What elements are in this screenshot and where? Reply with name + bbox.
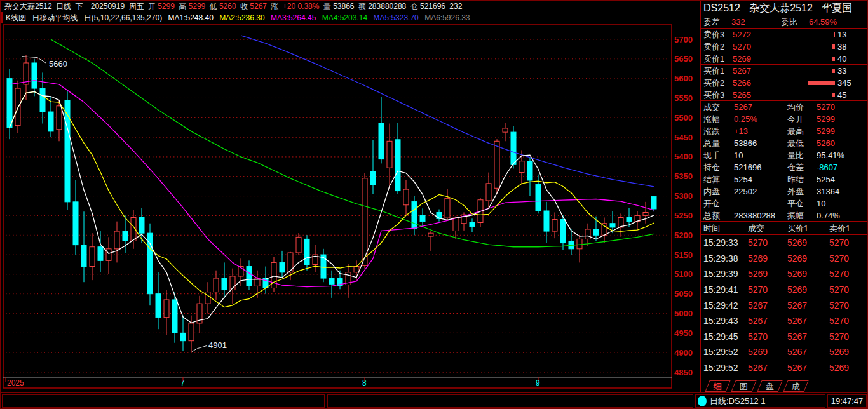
candle[interactable] — [304, 235, 309, 270]
book-level-label: 卖价2 — [703, 41, 733, 53]
contract-title[interactable]: DS2512 杂交大蒜2512 华夏国 — [701, 1, 868, 15]
candle[interactable] — [280, 251, 285, 278]
stat-value: 283880288 — [734, 210, 787, 221]
stat-value: 0.25% — [734, 113, 787, 125]
candle[interactable] — [445, 189, 450, 220]
open-interest-value: 521696 — [420, 2, 445, 11]
candle[interactable] — [81, 211, 86, 282]
candle[interactable] — [271, 257, 276, 292]
candle[interactable] — [156, 272, 161, 329]
tick-price: 5267 — [748, 316, 787, 326]
candle[interactable] — [544, 202, 549, 243]
candle[interactable] — [65, 90, 70, 210]
tick-col-header: 卖价1 — [829, 222, 867, 234]
period-selector[interactable]: 日线 — [56, 2, 71, 11]
candle[interactable] — [147, 224, 153, 305]
candle[interactable] — [453, 217, 458, 239]
candle[interactable] — [346, 264, 351, 298]
candle[interactable] — [214, 271, 219, 300]
candle[interactable] — [387, 124, 392, 189]
book-row[interactable]: 买价25266345 — [701, 77, 868, 89]
candle[interactable] — [370, 140, 376, 194]
candle[interactable] — [313, 245, 318, 272]
period-dropdown[interactable]: 下 — [75, 2, 83, 11]
candle[interactable] — [90, 233, 95, 280]
book-row[interactable]: 卖价2527038 — [701, 41, 868, 53]
candle[interactable] — [32, 59, 37, 97]
candle[interactable] — [7, 69, 12, 139]
tick-price: 5267 — [787, 300, 829, 311]
y-axis-label: 5350 — [674, 171, 693, 181]
stat-row: 内盘22502外盘31364 — [701, 185, 868, 198]
candle[interactable] — [486, 173, 491, 208]
candle[interactable] — [321, 249, 326, 282]
tick-price: 5269 — [787, 285, 829, 295]
open-label: 开 — [148, 2, 156, 11]
book-price: 5269 — [733, 53, 768, 64]
candle[interactable] — [247, 260, 252, 290]
book-row[interactable]: 买价1526733 — [701, 65, 868, 77]
candle[interactable] — [437, 210, 442, 222]
candle[interactable] — [395, 123, 400, 194]
candle[interactable] — [48, 96, 53, 137]
symbol-name[interactable]: 杂交大蒜2512 — [4, 2, 52, 11]
panel-tab-细[interactable]: 细 — [705, 380, 730, 392]
candle[interactable] — [643, 202, 648, 224]
panel-tab-成[interactable]: 成 — [783, 380, 808, 392]
candle[interactable] — [577, 235, 582, 262]
book-row[interactable]: 卖价3527213 — [701, 29, 868, 41]
candle[interactable] — [329, 271, 334, 298]
high-label: 高 — [179, 2, 186, 11]
panel-tab-盘[interactable]: 盘 — [757, 380, 782, 392]
candle[interactable] — [428, 231, 433, 251]
candle[interactable] — [503, 123, 508, 141]
candle[interactable] — [412, 196, 417, 236]
candle[interactable] — [15, 81, 20, 133]
kline-chart-zone[interactable]: 5700565056005550550054505400535053005250… — [1, 23, 701, 392]
candle[interactable] — [180, 316, 186, 351]
candle[interactable] — [403, 180, 409, 215]
book-row[interactable]: 卖价1526940 — [701, 53, 868, 65]
candle[interactable] — [379, 97, 384, 163]
candle[interactable] — [536, 175, 541, 214]
candle[interactable] — [164, 290, 169, 335]
kline-chart[interactable]: 5700565056005550550054505400535053005250… — [1, 23, 701, 392]
amount-label: 额 — [358, 2, 366, 11]
candle[interactable] — [189, 316, 194, 352]
candle[interactable] — [139, 208, 144, 243]
ma6-value: MA6:5926.33 — [424, 13, 470, 22]
current-view-box[interactable]: 日线:DS2512 1 — [695, 394, 825, 408]
candle[interactable] — [527, 157, 532, 196]
candle[interactable] — [569, 229, 574, 255]
candle[interactable] — [635, 211, 640, 229]
tick-price: 5270 — [829, 269, 867, 279]
stat-label: 开仓 — [703, 198, 734, 210]
book-volume-bar — [834, 32, 835, 37]
candle[interactable] — [205, 282, 210, 313]
status-box-middle[interactable] — [327, 394, 693, 408]
candle[interactable] — [40, 72, 45, 123]
candle[interactable] — [470, 218, 475, 232]
chart-type-label[interactable]: K线图 — [6, 13, 26, 22]
ma1-value: MA1:5248.40 — [168, 13, 213, 22]
candle[interactable] — [73, 180, 78, 255]
candle[interactable] — [296, 233, 301, 255]
candle[interactable] — [585, 224, 590, 246]
candle[interactable] — [222, 262, 227, 297]
tick-time: 15:29:39 — [703, 269, 748, 279]
candle[interactable] — [420, 208, 425, 226]
candle[interactable] — [106, 237, 111, 274]
candle[interactable] — [552, 212, 557, 238]
candle[interactable] — [494, 139, 499, 194]
candle[interactable] — [602, 217, 607, 243]
ma5-value: MA5:5323.70 — [373, 13, 418, 22]
book-bar-box — [768, 65, 836, 77]
candle[interactable] — [618, 213, 623, 236]
candle[interactable] — [197, 296, 202, 333]
book-row[interactable]: 买价3526545 — [701, 89, 868, 101]
candle[interactable] — [114, 222, 119, 263]
status-box-left[interactable] — [2, 394, 325, 408]
panel-tab-图[interactable]: 图 — [731, 380, 756, 392]
book-price: 5267 — [733, 65, 768, 77]
open-interest-label: 仓 — [410, 2, 418, 11]
